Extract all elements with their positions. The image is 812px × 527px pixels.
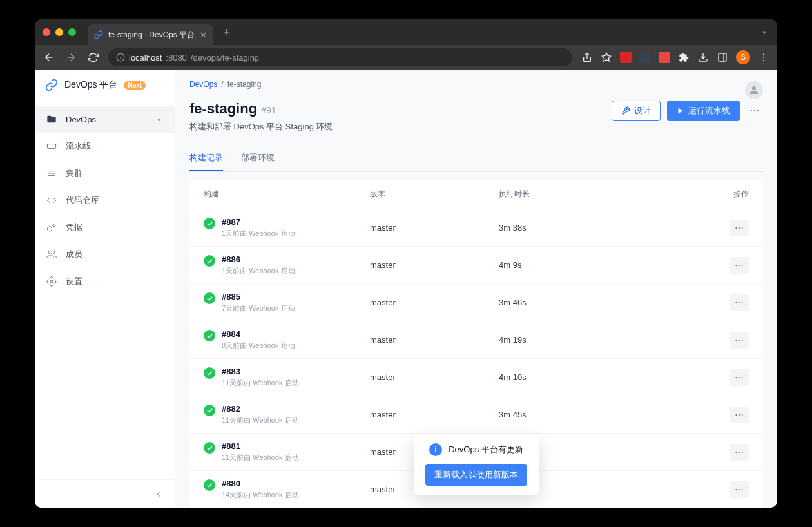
page-description: 构建和部署 DevOps 平台 Staging 环境 [189, 121, 333, 133]
site-info-icon[interactable] [116, 53, 125, 62]
breadcrumb-root[interactable]: DevOps [189, 80, 217, 89]
page-header: fe-staging #91 构建和部署 DevOps 平台 Staging 环… [189, 101, 763, 133]
th-actions: 操作 [710, 189, 749, 200]
cluster-icon [46, 168, 57, 178]
row-actions-icon[interactable] [730, 369, 749, 386]
sidebar-nav: DevOps 流水线 集群 代码仓库 [35, 101, 175, 479]
row-actions-icon[interactable] [730, 332, 749, 349]
svg-point-39 [742, 452, 743, 453]
svg-point-40 [735, 489, 737, 490]
content-area: DevOps 平台 Next DevOps 流水线 集群 [35, 70, 777, 508]
collapse-sidebar-icon[interactable] [154, 490, 163, 499]
sidebar-item-devops[interactable]: DevOps [35, 106, 175, 133]
new-tab-button[interactable]: + [224, 26, 231, 39]
row-actions-icon[interactable] [730, 257, 749, 274]
svg-point-25 [735, 302, 737, 303]
browser-tab[interactable]: fe-staging - DevOps 平台 ✕ [88, 24, 213, 45]
svg-point-33 [742, 377, 743, 378]
url-input[interactable]: localhost:8080/devops/fe-staging [108, 48, 572, 66]
extension-icon-2[interactable] [639, 52, 651, 63]
build-number: #886 [222, 254, 295, 264]
user-avatar[interactable] [745, 81, 763, 99]
reload-button[interactable]: 重新载入以使用新版本 [425, 464, 527, 486]
table-row[interactable]: #887 1天前由 Webhook 启动 master 3m 38s [189, 209, 763, 246]
sidebar-item-label: DevOps [66, 115, 96, 124]
build-meta: 1天前由 Webhook 启动 [222, 266, 295, 276]
build-meta: 11天前由 Webhook 启动 [222, 453, 299, 463]
svg-point-24 [742, 265, 743, 266]
nav-back-icon[interactable] [43, 51, 55, 64]
run-pipeline-button[interactable]: 运行流水线 [667, 101, 740, 121]
row-actions-icon[interactable] [730, 294, 749, 311]
svg-point-14 [50, 280, 53, 283]
status-success-icon [204, 292, 215, 304]
page-actions: 设计 运行流水线 [612, 101, 763, 121]
table-row[interactable]: #883 11天前由 Webhook 启动 master 4m 10s [189, 358, 763, 396]
sidebar-item-members[interactable]: 成员 [35, 241, 175, 268]
menu-icon[interactable] [758, 52, 769, 63]
build-meta: 11天前由 Webhook 启动 [222, 416, 299, 425]
th-version: 版本 [370, 189, 499, 200]
build-meta: 11天前由 Webhook 启动 [222, 378, 299, 388]
app-logo-icon [45, 79, 58, 91]
sidebar-item-repo[interactable]: 代码仓库 [35, 187, 175, 214]
sidebar-item-label: 集群 [66, 168, 82, 179]
build-meta: 8天前由 Webhook 启动 [222, 341, 295, 350]
svg-point-18 [757, 110, 759, 111]
extensions-icon[interactable] [678, 52, 690, 63]
pipeline-icon [46, 141, 57, 151]
table-row[interactable]: #886 1天前由 Webhook 启动 master 4m 9s [189, 246, 763, 283]
table-row[interactable]: #884 8天前由 Webhook 启动 master 4m 19s [189, 321, 763, 358]
svg-point-13 [48, 251, 52, 254]
window-maximize[interactable] [68, 28, 76, 36]
extension-icon-1[interactable] [620, 52, 632, 63]
svg-point-29 [739, 340, 740, 341]
sidebar-item-cluster[interactable]: 集群 [35, 160, 175, 187]
more-actions-icon[interactable] [746, 105, 763, 117]
build-duration: 3m 46s [499, 298, 710, 307]
key-icon [46, 222, 57, 233]
extension-pocket-icon[interactable] [659, 52, 670, 63]
row-actions-icon[interactable] [730, 220, 749, 236]
row-actions-icon[interactable] [730, 481, 749, 498]
sidebar-item-label: 成员 [66, 249, 82, 260]
svg-marker-15 [679, 108, 683, 114]
toolbar-right: S [581, 50, 769, 64]
bookmark-icon[interactable] [601, 52, 612, 63]
tab-build-records[interactable]: 构建记录 [189, 146, 223, 171]
build-version: master [370, 410, 499, 419]
sidebar-item-label: 代码仓库 [66, 195, 99, 206]
window-minimize[interactable] [55, 28, 63, 36]
main: DevOps / fe-staging fe-staging #91 构建和部署… [175, 70, 777, 508]
nav-reload-icon[interactable] [86, 51, 99, 64]
build-number: #884 [222, 329, 295, 339]
tab-deploy-env[interactable]: 部署环境 [241, 146, 275, 171]
row-actions-icon[interactable] [730, 407, 749, 423]
app-name: DevOps 平台 [64, 79, 117, 91]
browser-window: fe-staging - DevOps 平台 ✕ + localhost:808… [35, 19, 777, 508]
window-close[interactable] [43, 28, 50, 36]
design-button[interactable]: 设计 [612, 101, 661, 121]
svg-point-19 [735, 227, 737, 229]
url-port: :8080 [166, 53, 187, 62]
svg-point-27 [742, 302, 743, 303]
breadcrumb-current: fe-staging [227, 80, 262, 89]
tabs-overflow-icon[interactable] [759, 27, 769, 37]
svg-point-38 [739, 452, 740, 453]
share-icon[interactable] [581, 52, 593, 63]
svg-point-26 [739, 302, 740, 303]
build-meta: 1天前由 Webhook 启动 [222, 229, 295, 238]
table-row[interactable]: #885 7天前由 Webhook 启动 master 3m 46s [189, 283, 763, 321]
sidepanel-icon[interactable] [717, 52, 728, 63]
row-actions-icon[interactable] [730, 444, 749, 461]
sidebar-header: DevOps 平台 Next [35, 70, 175, 101]
sidebar-item-credentials[interactable]: 凭据 [35, 214, 175, 241]
sidebar-item-pipeline[interactable]: 流水线 [35, 133, 175, 160]
sidebar-item-settings[interactable]: 设置 [35, 268, 175, 295]
nav-forward-icon[interactable] [64, 51, 77, 64]
download-icon[interactable] [697, 52, 709, 63]
titlebar: fe-staging - DevOps 平台 ✕ + [35, 19, 777, 45]
profile-avatar[interactable]: S [736, 50, 750, 64]
table-row[interactable]: #882 11天前由 Webhook 启动 master 3m 45s [189, 396, 763, 433]
tab-close-icon[interactable]: ✕ [200, 30, 207, 40]
